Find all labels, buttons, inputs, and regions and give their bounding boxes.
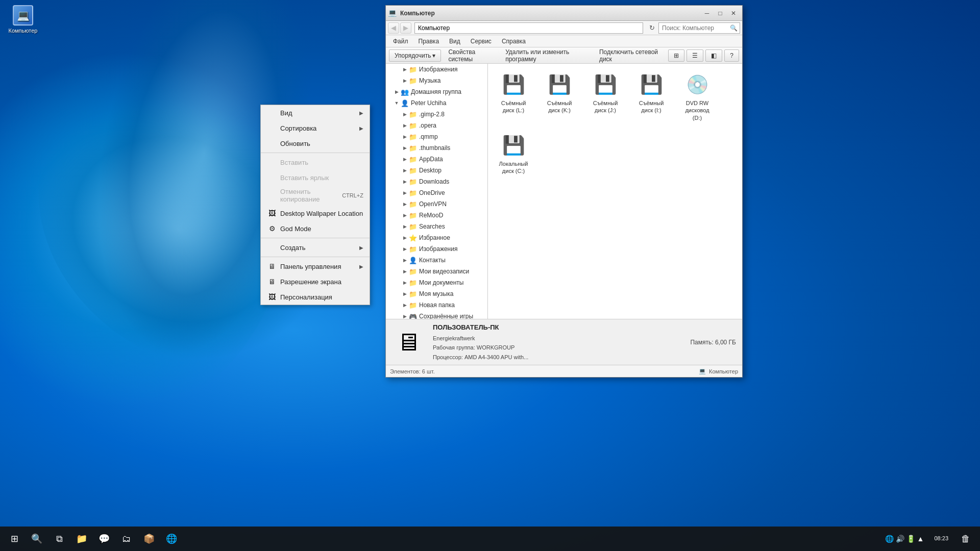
tree-item-videos[interactable]: ▶ 📁 Мои видеозаписи	[386, 266, 487, 277]
tree-toggle-images[interactable]: ▶	[401, 66, 408, 73]
tree-toggle-contacts[interactable]: ▶	[401, 257, 408, 264]
address-bar[interactable]: Компьютер	[414, 22, 643, 34]
tree-toggle-newfolder[interactable]: ▶	[401, 302, 408, 309]
search-icon[interactable]: 🔍	[730, 24, 738, 32]
start-button[interactable]: ⊞	[4, 529, 24, 549]
uninstall-button[interactable]: Удалить или изменить программу	[500, 49, 592, 62]
desktop-icon-computer[interactable]: 💻 Компьютер	[5, 5, 41, 34]
tree-item-desktop[interactable]: ▶ 📁 Desktop	[386, 165, 487, 176]
taskbar-archiver[interactable]: 📦	[139, 529, 159, 549]
tree-item-mymusic[interactable]: ▶ 📁 Моя музыка	[386, 288, 487, 299]
nav-back-button[interactable]: ◀	[388, 22, 399, 34]
tree-item-contacts[interactable]: ▶ 👤 Контакты	[386, 255, 487, 266]
taskbar-explorer-app[interactable]: 🗂	[116, 529, 137, 549]
ctx-screen-res[interactable]: 🖥 Разрешение экрана	[261, 274, 370, 289]
taskbar-filemanager[interactable]: 📁	[71, 529, 92, 549]
tree-toggle-desktop[interactable]: ▶	[401, 167, 408, 174]
tree-toggle-videos[interactable]: ▶	[401, 268, 408, 275]
tree-item-favorites[interactable]: ▶ ⭐ Избранное	[386, 232, 487, 243]
help-button[interactable]: ?	[724, 49, 739, 62]
preview-pane-button[interactable]: ◧	[705, 49, 722, 62]
ctx-godmode[interactable]: ⚙ God Mode	[261, 221, 370, 236]
tree-item-remod[interactable]: ▶ 📁 ReMooD	[386, 210, 487, 221]
tree-item-newfolder[interactable]: ▶ 📁 Новая папка	[386, 299, 487, 311]
tree-item-onedrive[interactable]: ▶ 📁 OneDrive	[386, 187, 487, 198]
menu-view[interactable]: Вид	[444, 37, 465, 46]
tree-item-qmmp[interactable]: ▶ 📁 .qmmp	[386, 131, 487, 142]
menu-service[interactable]: Сервис	[465, 37, 497, 46]
ctx-paste-shortcut[interactable]: Вставить ярлык	[261, 170, 370, 185]
tree-toggle-thumbnails[interactable]: ▶	[401, 144, 408, 152]
nav-forward-button[interactable]: ▶	[400, 22, 411, 34]
menu-edit[interactable]: Правка	[413, 37, 445, 46]
ctx-create[interactable]: Создать ▶	[261, 240, 370, 255]
tree-item-thumbnails[interactable]: ▶ 📁 .thumbnails	[386, 142, 487, 154]
taskbar-browser[interactable]: 🌐	[161, 529, 182, 549]
tree-toggle-opera[interactable]: ▶	[401, 122, 408, 129]
content-item-i-drive[interactable]: 💾 Съёмный диск (I:)	[631, 69, 672, 124]
tree-toggle-favorites[interactable]: ▶	[401, 234, 408, 241]
ctx-view[interactable]: Вид ▶	[261, 105, 370, 120]
content-item-k-drive[interactable]: 💾 Съёмный диск (K:)	[539, 69, 580, 124]
taskbar-recycle-bin[interactable]: 🗑	[955, 529, 976, 549]
taskbar-discord[interactable]: 💬	[94, 529, 114, 549]
tree-item-appdata[interactable]: ▶ 📁 AppData	[386, 154, 487, 165]
maximize-button[interactable]: □	[714, 7, 727, 20]
content-item-l-drive[interactable]: 💾 Съёмный диск (L:)	[493, 69, 534, 124]
tree-toggle-images2[interactable]: ▶	[401, 245, 408, 253]
content-item-j-drive[interactable]: 💾 Съёмный диск (J:)	[585, 69, 626, 124]
close-button[interactable]: ✕	[727, 7, 740, 20]
tree-toggle-appdata[interactable]: ▶	[401, 156, 408, 163]
menu-help[interactable]: Справка	[497, 37, 531, 46]
tree-toggle-documents[interactable]: ▶	[401, 279, 408, 286]
tree-item-searches[interactable]: ▶ 📁 Searches	[386, 221, 487, 232]
refresh-button[interactable]: ↻	[646, 22, 657, 34]
organize-button[interactable]: Упорядочить ▾	[389, 49, 441, 62]
ctx-undo-copy[interactable]: Отменить копирование CTRL+Z	[261, 185, 370, 206]
content-item-c-drive[interactable]: 💾 Локальный диск (C:)	[493, 130, 534, 178]
tree-toggle-homegroup[interactable]: ▶	[393, 88, 400, 95]
ctx-control-panel[interactable]: 🖥 Панель управления ▶	[261, 259, 370, 274]
content-item-dvd-drive[interactable]: 💿 DVD RW дисковод (D:)	[677, 69, 718, 124]
tree-item-peter[interactable]: ▼ 👤 Peter Uchiha	[386, 97, 487, 109]
tree-toggle-downloads[interactable]: ▶	[401, 178, 408, 185]
tree-toggle-openvpn[interactable]: ▶	[401, 201, 408, 208]
tree-toggle-gimp[interactable]: ▶	[401, 111, 408, 118]
tree-item-openvpn[interactable]: ▶ 📁 OpenVPN	[386, 198, 487, 210]
tree-item-images[interactable]: ▶ 📁 Изображения	[386, 64, 487, 75]
menu-file[interactable]: Файл	[388, 37, 413, 46]
search-input[interactable]	[662, 24, 737, 32]
ctx-personalize[interactable]: 🖼 Персонализация	[261, 289, 370, 305]
search-button[interactable]: 🔍	[27, 529, 47, 549]
search-bar[interactable]: 🔍	[658, 22, 740, 34]
tree-item-images2[interactable]: ▶ 📁 Изображения	[386, 243, 487, 255]
ctx-sort[interactable]: Сортировка ▶	[261, 120, 370, 136]
taskbar-sys-icons[interactable]: 🌐 🔊 🔋 ▲	[882, 533, 927, 545]
tree-toggle-remod[interactable]: ▶	[401, 212, 408, 219]
tree-toggle-onedrive[interactable]: ▶	[401, 189, 408, 196]
tree-toggle-music[interactable]: ▶	[401, 77, 408, 84]
tree-item-music[interactable]: ▶ 📁 Музыка	[386, 75, 487, 86]
tree-toggle-savedgames[interactable]: ▶	[401, 313, 408, 319]
tree-item-documents[interactable]: ▶ 📁 Мои документы	[386, 277, 487, 288]
ctx-refresh[interactable]: Обновить	[261, 136, 370, 151]
network-drive-button[interactable]: Подключить сетевой диск	[594, 49, 666, 62]
ctx-paste[interactable]: Вставить	[261, 155, 370, 170]
tree-item-opera[interactable]: ▶ 📁 .opera	[386, 120, 487, 131]
content-icon-i: 💾	[639, 72, 664, 97]
tree-item-savedgames[interactable]: ▶ 🎮 Сохранённые игры	[386, 311, 487, 319]
tree-toggle-mymusic[interactable]: ▶	[401, 290, 408, 297]
system-props-button[interactable]: Свойства системы	[443, 49, 498, 62]
tree-toggle-qmmp[interactable]: ▶	[401, 133, 408, 140]
view-mode-button[interactable]: ⊞	[668, 49, 684, 62]
ctx-wallpaper[interactable]: 🖼 Desktop Wallpaper Location	[261, 206, 370, 221]
tree-item-gimp[interactable]: ▶ 📁 .gimp-2.8	[386, 109, 487, 120]
minimize-button[interactable]: ─	[700, 7, 714, 20]
taskview-button[interactable]: ⧉	[49, 529, 69, 549]
tree-toggle-searches[interactable]: ▶	[401, 223, 408, 230]
tree-toggle-peter[interactable]: ▼	[393, 99, 400, 107]
tree-item-downloads[interactable]: ▶ 📁 Downloads	[386, 176, 487, 187]
tree-item-homegroup[interactable]: ▶ 👥 Домашняя группа	[386, 86, 487, 97]
details-pane-button[interactable]: ☰	[687, 49, 703, 62]
taskbar-clock[interactable]: 08:23	[931, 533, 951, 544]
